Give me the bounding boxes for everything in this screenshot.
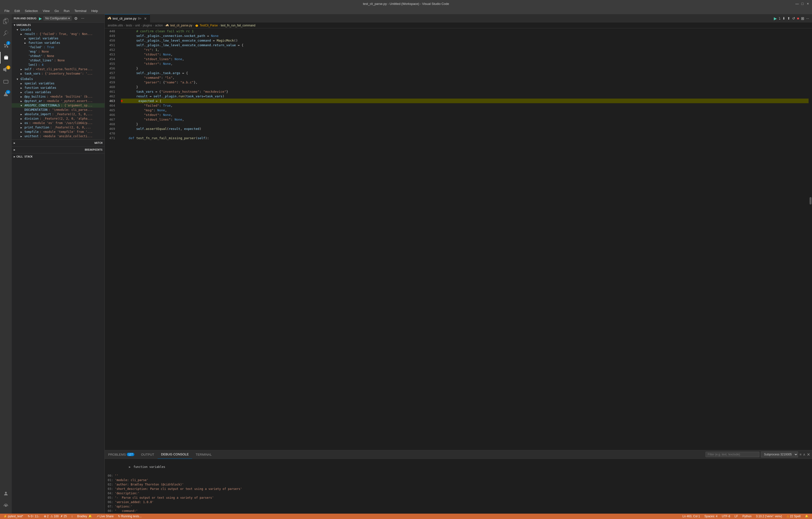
status-live-share[interactable]: ↗ Live Share [95,515,115,518]
status-spell[interactable]: ⚠ 22 Spell [785,515,802,518]
debug-step-over-btn[interactable]: ⤵ [779,17,780,20]
menu-terminal[interactable]: Terminal [72,8,88,13]
activity-testing[interactable]: 38 [0,89,12,100]
close-button[interactable]: × [806,2,810,5]
debug-settings-button[interactable]: ⚙ [73,16,79,21]
status-user[interactable]: Bradley 🔔 [76,515,93,518]
debug-start-button[interactable]: ▶ [39,16,42,21]
status-line-ending[interactable]: LF [733,515,740,518]
status-running-tests[interactable]: ↻ Running tests... [116,515,143,518]
editor-split-layout[interactable]: ⊞ [801,16,804,21]
breadcrumb-action[interactable]: action [155,24,163,27]
glob-absolute-import[interactable]: ▶ absolute_import : _Feature((2, 5, 0,..… [12,112,105,116]
callstack-section-header[interactable]: ▶ CALL STACK [12,154,105,159]
glob-os[interactable]: ▶ os : <module 'os' from '/usr/lib64/p..… [12,121,105,125]
watch-section-header[interactable]: ▶ WATCH [12,141,105,145]
glob-tempfile[interactable]: ▶ tempfile : <module 'tempfile' from '..… [12,130,105,134]
tab-close-button[interactable]: ✕ [144,17,147,21]
panel-tab-debug-console[interactable]: DEBUG CONSOLE [157,450,192,459]
panel-tab-terminal[interactable]: TERMINAL [192,450,215,459]
glob-function-variables[interactable]: ▶ function variables [12,86,105,90]
breadcrumb-class[interactable]: TestCli_Parse [195,24,218,27]
activity-source-control[interactable]: 2 [0,40,12,51]
globals-group[interactable]: ▼ Globals [12,77,105,81]
status-arrow[interactable]: ↕ [70,515,74,518]
breadcrumb-ansible-utils[interactable]: ansible.utils [108,24,123,27]
var-function-variables[interactable]: ▶ function variables [12,40,105,45]
menu-selection[interactable]: Selection [23,8,40,13]
breadcrumb-plugins[interactable]: plugins [143,24,152,27]
glob-division[interactable]: ▶ division : _Feature((2, 2, 0, 'alpha..… [12,116,105,121]
var-self[interactable]: ▶ self : <test_cli_parse.TestCli_Parse..… [12,67,105,71]
glob-special-variables[interactable]: ▶ special variables [12,81,105,86]
var-msg[interactable]: 'msg' : None [12,50,105,54]
glob-pytest-ar[interactable]: ▶ @pytest_ar : <module '_pytest.assert..… [12,99,105,103]
var-special-variables[interactable]: ▶ special variables [12,36,105,40]
status-cursor-position[interactable]: Ln 463, Col 1 [681,515,701,518]
panel-close-button[interactable]: ✕ [807,452,810,457]
maximize-button[interactable]: □ [801,2,804,5]
var-stdout[interactable]: 'stdout' : None [12,54,105,58]
activity-extensions[interactable]: 1 [0,64,12,76]
var-failed[interactable]: 'failed' : True [12,45,105,50]
console-line-expand[interactable]: ▶ function variables [108,460,809,474]
status-spaces[interactable]: Spaces: 4 [703,515,719,518]
status-problems[interactable]: ⊗ 2 ⚠ 100 ✗ 25 [42,515,68,518]
debug-restart-btn[interactable]: ↺ [792,17,795,20]
activity-remote[interactable] [0,76,12,88]
breadcrumb-file[interactable]: test_cli_parse.py [166,24,192,27]
menu-help[interactable]: Help [89,8,100,13]
scrollbar-gutter[interactable] [809,28,812,450]
var-stdout-lines[interactable]: 'stdout_lines' : None [12,58,105,63]
menu-edit[interactable]: Edit [12,8,22,13]
activity-debug[interactable] [0,52,12,64]
var-task-vars[interactable]: ▶ task_vars : {'inventory_hostname': '..… [12,71,105,76]
status-git-sync[interactable]: ↻ 0↑ 11↓ [26,515,41,518]
editor-more-btn[interactable]: ··· [806,17,809,20]
status-pytest[interactable]: ⚡ pytest_test* [2,515,25,518]
debug-stop-btn[interactable]: ■ [797,17,799,20]
status-feedback[interactable]: 🔔 [804,515,810,518]
glob-print-function[interactable]: ▶ print_function : _Feature((2, 6, 0,... [12,125,105,130]
menu-file[interactable]: File [2,8,11,13]
var-len[interactable]: len() : 4 [12,63,105,67]
line-num-460: 460 [107,85,115,89]
glob-documentation[interactable]: DOCUMENTATION : '\nmodule: cli_parse... [12,108,105,112]
breadcrumb-tests[interactable]: tests [126,24,132,27]
activity-search[interactable] [0,27,12,39]
debug-step-out-btn[interactable]: ⬆ [787,17,790,20]
glob-class-variables[interactable]: ▶ class variables [12,90,105,94]
code-content[interactable]: # confirm clean fail with rc 1 self._plu… [117,28,809,450]
panel-filter-input[interactable] [705,452,759,457]
panel-collapse-btn[interactable]: ∧ [803,453,805,456]
variables-section-header[interactable]: ▼ VARIABLES [12,23,105,27]
panel-tab-output[interactable]: OUTPUT [138,450,157,459]
breakpoints-section-header[interactable]: ▶ BREAKPOINTS [12,148,105,152]
editor-tab-test-cli-parse[interactable]: test_cli_parse.py 9+ ✕ [105,14,150,23]
debug-more-button[interactable]: ··· [80,16,85,21]
debug-play-btn[interactable]: ▶ [774,16,777,21]
locals-group[interactable]: ▼ Locals [12,27,105,32]
var-result[interactable]: ▶ result : {'failed': True, 'msg': Non..… [12,32,105,36]
menu-run[interactable]: Run [62,8,71,13]
subprocess-selector[interactable]: Subprocess 3219305 [761,452,798,457]
activity-settings[interactable] [0,500,12,512]
status-python-version[interactable]: 3.10.2 ('venv': venv) [754,515,784,518]
menu-go[interactable]: Go [53,8,61,13]
minimize-button[interactable]: — [795,2,799,5]
debug-config-selector[interactable]: No Configuration ▾ [43,16,72,21]
debug-step-into-btn[interactable]: ⬇ [782,17,785,20]
menu-view[interactable]: View [41,8,52,13]
breadcrumb-unit[interactable]: unit [135,24,140,27]
breadcrumb-method[interactable]: test_fn_run_fail_command [221,24,255,27]
panel-columns-btn[interactable]: ≡ [800,453,802,456]
panel-tab-problems[interactable]: PROBLEMS 127 [105,450,138,459]
glob-py-builtins[interactable]: ▶ @py_builtins : <module 'builtins' (b..… [12,94,105,99]
activity-account[interactable] [0,488,12,499]
activity-explorer[interactable] [0,15,12,27]
glob-argspec[interactable]: ▼ ARGSPEC_CONDITIONALS : {'argument_sp..… [12,103,105,108]
status-encoding[interactable]: UTF-8 [721,515,732,518]
status-language[interactable]: Python [741,515,753,518]
glob-unittest[interactable]: ▶ unittest : <module 'ansible_collecti..… [12,134,105,139]
scroll-thumb[interactable] [810,197,812,205]
